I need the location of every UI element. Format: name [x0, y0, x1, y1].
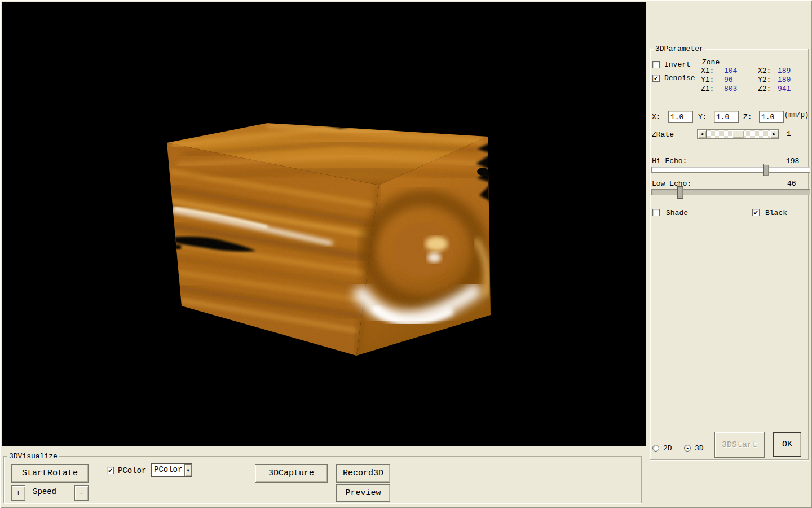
zone-x1-label: X1:: [701, 67, 714, 75]
parameter-group-title: 3DParameter: [654, 45, 705, 53]
low-echo-slider[interactable]: [651, 189, 810, 195]
speed-minus-button[interactable]: -: [74, 485, 89, 501]
ok-button[interactable]: OK: [773, 432, 801, 457]
scale-z-input[interactable]: [759, 111, 784, 123]
capture-button[interactable]: 3DCapture: [255, 464, 328, 483]
pcolor-checkmark: ✔: [108, 467, 112, 474]
ultrasound-volume-render: [2, 2, 646, 446]
volume-viewport[interactable]: [2, 2, 646, 446]
denoise-checkmark: ✔: [654, 75, 658, 82]
scale-unit-label: (mm/p): [784, 111, 809, 119]
scale-z-label: Z:: [743, 113, 752, 121]
zrate-value: 1: [787, 130, 791, 138]
hi-echo-slider[interactable]: [651, 167, 810, 173]
pcolor-dropdown[interactable]: PColor ▼: [151, 463, 192, 477]
invert-checkbox[interactable]: [652, 61, 660, 68]
mode-3d-label: 3D: [695, 444, 704, 453]
pcolor-checkbox[interactable]: ✔: [107, 467, 114, 474]
start-rotate-button[interactable]: StartRotate: [11, 464, 89, 483]
zrate-label: ZRate: [652, 130, 674, 139]
denoise-checkbox[interactable]: ✔: [652, 75, 660, 82]
record3d-button[interactable]: Record3D: [336, 464, 390, 483]
hi-echo-label: Hi Echo:: [652, 157, 687, 165]
denoise-label: Denoise: [664, 74, 695, 82]
dropdown-arrow-icon[interactable]: ▼: [184, 464, 192, 476]
panel-divider: [646, 0, 646, 508]
zrate-scroll-right-icon[interactable]: ►: [770, 130, 779, 138]
zrate-scroll-track[interactable]: [707, 130, 770, 138]
zone-y2-value: 180: [778, 76, 791, 84]
black-checkmark: ✔: [754, 209, 758, 216]
scale-x-input[interactable]: [668, 111, 693, 123]
low-echo-label: Low Echo:: [652, 179, 691, 188]
zone-z1-label: Z1:: [701, 85, 714, 93]
zone-label: Zone: [702, 58, 720, 67]
mode-2d-label: 2D: [663, 444, 672, 453]
zone-z2-label: Z2:: [758, 85, 771, 93]
pcolor-dropdown-value: PColor: [152, 464, 184, 476]
pcolor-label: PColor: [118, 466, 146, 475]
low-echo-slider-thumb[interactable]: [677, 186, 683, 199]
zrate-scrollbar[interactable]: ◄ ►: [697, 129, 779, 139]
black-checkbox[interactable]: ✔: [752, 209, 760, 216]
invert-label: Invert: [664, 60, 691, 69]
speed-plus-button[interactable]: +: [11, 485, 25, 501]
speed-label: Speed: [33, 487, 56, 496]
zone-x1-value: 104: [724, 67, 737, 75]
zone-x2-value: 189: [778, 67, 791, 75]
zone-y1-value: 96: [724, 76, 733, 84]
zone-z1-value: 803: [724, 85, 737, 93]
start3d-button[interactable]: 3DStart: [714, 432, 765, 458]
visualize-group-title: 3DVisualize: [7, 452, 59, 461]
mode-2d-radio[interactable]: [652, 445, 659, 452]
shade-label: Shade: [666, 209, 688, 217]
low-echo-value: 46: [787, 179, 796, 188]
scale-y-label: Y:: [698, 113, 707, 121]
zone-x2-label: X2:: [758, 67, 771, 75]
zone-y1-label: Y1:: [701, 76, 714, 84]
mode-3d-dot: ●: [686, 446, 689, 450]
black-label: Black: [765, 209, 787, 217]
hi-echo-value: 198: [786, 157, 799, 165]
shade-checkbox[interactable]: [652, 209, 660, 216]
scale-y-input[interactable]: [714, 111, 739, 123]
zrate-scroll-left-icon[interactable]: ◄: [698, 130, 707, 138]
zrate-scroll-thumb[interactable]: [732, 130, 744, 138]
hi-echo-slider-thumb[interactable]: [763, 164, 769, 176]
mode-3d-radio[interactable]: ●: [684, 445, 691, 452]
preview-button[interactable]: Preview: [336, 484, 390, 502]
app-window: 3DParameter Invert ✔ Denoise Zone X1: 10…: [0, 0, 812, 508]
zone-z2-value: 941: [778, 85, 791, 93]
scale-x-label: X:: [652, 113, 661, 121]
zone-y2-label: Y2:: [758, 76, 771, 84]
